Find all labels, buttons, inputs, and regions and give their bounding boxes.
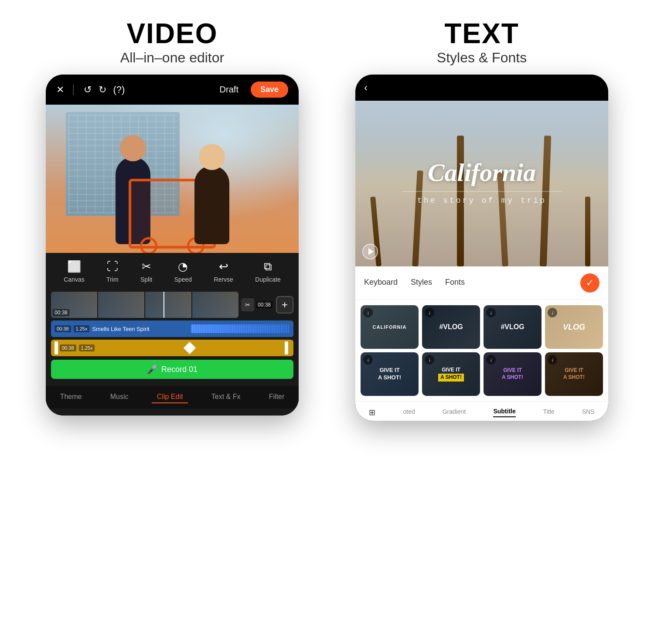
vlog-light-card-bg: ↓ VLOG [545,305,603,349]
speed-icon: ◔ [178,260,188,273]
effect-track: 00:38 1.25x [51,340,293,356]
california-text-overlay: California the story of my trip [368,158,596,205]
toolbar-reverse[interactable]: ↩ Rervse [214,260,233,283]
left-heading: VIDEO All–in–one editor [120,17,224,66]
audio-speed-badge: 1.25x [74,325,90,332]
download-icon-1: ↓ [363,308,373,317]
tab-styles[interactable]: Styles [411,278,432,289]
giveit4-text: GIVE ITA SHOT! [563,367,585,381]
thumb-3 [145,292,191,318]
record-bar[interactable]: 🎤 Record 01 [51,360,293,379]
tab-fonts[interactable]: Fonts [445,278,465,289]
giveit3-card-bg: ↓ GIVE ITA SHOT! [484,352,542,396]
play-button[interactable] [362,244,378,259]
trim-icon: ⛶ [107,260,118,273]
style-tab-oted[interactable]: oted [403,408,415,417]
toolbar-speed[interactable]: ◔ Speed [174,260,192,283]
style-card-giveit2[interactable]: ↓ GIVE IT A SHOT! [422,352,480,396]
left-panel: VIDEO All–in–one editor ✕ │ ↺ ↻ (?) Draf… [26,17,318,635]
right-panel: TEXT Styles & Fonts ‹ [336,17,628,635]
thumb-4 [192,292,238,318]
reverse-icon: ↩ [219,260,228,273]
effect-speed-badge: 1.25x [79,344,95,351]
download-icon-6: ↓ [425,355,434,365]
record-label: Record 01 [161,365,198,374]
save-button[interactable]: Save [251,82,288,98]
style-tab-sns[interactable]: SNS [582,408,595,417]
split-label: Split [140,276,152,283]
timeline-time-left: 00:38 [53,309,69,316]
style-tab-gradient[interactable]: Gradient [443,408,466,417]
nav-filter[interactable]: Filter [264,391,290,403]
duplicate-label: Duplicate [255,276,280,283]
play-triangle-icon [368,248,374,255]
nav-clip-edit[interactable]: Clip Edit [152,391,188,403]
style-card-giveit1[interactable]: ↓ GIVE ITA SHOT! [361,352,419,396]
close-icon[interactable]: ✕ [56,84,64,95]
toolbar-icons: ⬜ Canvas ⛶ Trim ✂ Split ◔ Speed [46,260,299,288]
style-card-vlog1[interactable]: ↓ #VLOG [422,305,480,349]
cut-icon[interactable]: ✂ [241,298,254,311]
person2-silhouette [194,166,229,244]
giveit1-text: GIVE ITA SHOT! [378,367,401,382]
california-scene: California the story of my trip [355,101,608,266]
bottom-nav: Theme Music Clip Edit Text & Fx Filter [46,386,299,409]
download-icon-5: ↓ [363,355,373,365]
vlog1-card-bg: ↓ #VLOG [422,305,480,349]
left-topbar: ✕ │ ↺ ↻ (?) Draft Save [46,75,299,105]
left-subtitle: All–in–one editor [120,50,224,66]
download-icon-4: ↓ [548,308,557,317]
download-icon-2: ↓ [425,308,434,317]
toolbar-duplicate[interactable]: ⧉ Duplicate [255,260,280,283]
style-card-giveit3[interactable]: ↓ GIVE ITA SHOT! [484,352,542,396]
toolbar-trim[interactable]: ⛶ Trim [106,260,118,283]
effect-time-badge: 00:38 [60,344,76,351]
undo-icon[interactable]: ↺ [84,84,92,95]
tab-keyboard[interactable]: Keyboard [364,278,398,289]
audio-track: 00:38 1.25x Smells Like Teen Spirit [51,320,293,337]
text-editor-tabs: Keyboard Styles Fonts ✓ [355,266,608,300]
help-icon[interactable]: (?) [113,84,125,95]
bottom-style-tabs: ⊞ oted Gradient Subtitle Title SNS [355,401,608,421]
vlog2-card-bg: ↓ #VLOG [484,305,542,349]
track-handle-right [285,341,288,354]
left-title: VIDEO [120,17,224,50]
style-card-vlog2[interactable]: ↓ #VLOG [484,305,542,349]
toolbar-canvas[interactable]: ⬜ Canvas [64,260,84,283]
layout-icon[interactable]: ⊞ [369,408,375,417]
nav-music[interactable]: Music [105,391,134,403]
checkmark-icon: ✓ [586,277,594,289]
style-card-giveit4[interactable]: ↓ GIVE ITA SHOT! [545,352,603,396]
style-card-vlog-light[interactable]: ↓ VLOG [545,305,603,349]
style-tab-subtitle[interactable]: Subtitle [493,408,515,417]
audio-label: Smells Like Teen Spirit [92,326,191,332]
nav-text-fx[interactable]: Text & Fx [206,391,246,403]
download-icon-8: ↓ [548,355,557,365]
giveit4-card-bg: ↓ GIVE ITA SHOT! [545,352,603,396]
timeline-cursor [164,292,164,318]
timeline-area: 00:38 ✂ 00:38 + 00:38 1.25x Smells Like … [46,288,299,386]
download-icon-7: ↓ [486,355,496,365]
add-clip-button[interactable]: + [276,296,293,313]
vlog1-card-text: #VLOG [439,323,463,331]
right-topbar: ‹ [355,75,608,101]
giveit3-text: GIVE ITA SHOT! [502,367,523,381]
trim-label: Trim [106,276,118,283]
confirm-button[interactable]: ✓ [580,273,600,293]
reverse-label: Rervse [214,276,233,283]
style-tab-title[interactable]: Title [543,408,555,417]
canvas-label: Canvas [64,276,84,283]
style-cards-row1: ↓ CALIFORNIA ↓ #VLOG ↓ #VLOG [355,300,608,401]
redo-icon[interactable]: ↻ [99,84,106,95]
canvas-icon: ⬜ [67,260,81,273]
track-handle-left [54,341,58,354]
back-icon[interactable]: ‹ [364,82,368,94]
toolbar-split[interactable]: ✂ Split [140,260,152,283]
right-phone-mockup: ‹ [355,75,608,421]
vlog2-card-text: #VLOG [501,323,524,331]
palm-tree-6 [585,197,590,266]
style-card-california[interactable]: ↓ CALIFORNIA [361,305,419,349]
photo-scene [46,105,299,253]
nav-theme[interactable]: Theme [55,391,87,403]
draft-label: Draft [220,85,238,95]
